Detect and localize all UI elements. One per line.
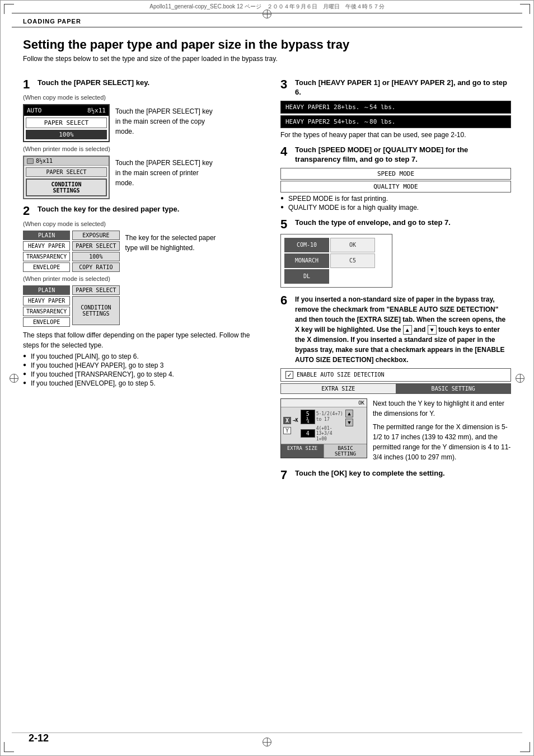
transparency-btn[interactable]: TRANSPARENCY <box>23 252 70 261</box>
step1-printer-label: (When printer mode is selected) <box>23 145 264 152</box>
xy-arrows: ▲ ▼ <box>345 410 353 442</box>
extra-size-xy: 5 ¾ 5-1/2(4+7)to 17 4 4(+01-13+3/41+00 <box>301 410 343 442</box>
copy-screen-top: AUTO 8½x11 <box>24 105 109 116</box>
extra-size-ok: OK <box>281 399 367 407</box>
copy-percent-label: 100% <box>26 130 107 139</box>
es-extra-size-tab[interactable]: EXTRA SIZE <box>281 444 324 458</box>
y-key-btn[interactable]: Y <box>283 427 291 434</box>
step4-header: 4 Touch [SPEED MODE] or [QUALITY MODE] f… <box>280 145 511 165</box>
step6-header: 6 If you inserted a non-standard size of… <box>280 294 511 365</box>
paper-select-side-btn[interactable]: PAPER SELECT <box>72 241 119 251</box>
step6-number: 6 <box>280 294 293 307</box>
step2-printer-btns: PLAIN HEAVY PAPER TRANSPARENCY ENVELOPE … <box>23 285 120 327</box>
heavy-paper2-btn[interactable]: HEAVY PAPER2 54+lbs. ～80 lbs. <box>280 115 511 128</box>
x-key-btn[interactable]: X <box>283 417 291 424</box>
copy-screen-widget: AUTO 8½x11 PAPER SELECT 100% <box>23 104 110 142</box>
printer-paper-type-col-left: PLAIN HEAVY PAPER TRANSPARENCY ENVELOPE <box>23 285 70 327</box>
speed-mode-btn[interactable]: SPEED MODE <box>280 168 511 180</box>
step1-header: 1 Touch the [PAPER SELECT] key. <box>23 78 264 91</box>
heavy-paper1-btn[interactable]: HEAVY PAPER1 28+lbs. ～54 lbs. <box>280 101 511 114</box>
printer-transparency-btn[interactable]: TRANSPARENCY <box>23 307 70 316</box>
step5-number: 5 <box>280 218 293 231</box>
down-arrow-btn[interactable]: ▼ <box>345 419 353 426</box>
envelope-grid: COM-10 OK MONARCH C5 DL <box>280 234 392 288</box>
auto-detect-checkbox[interactable]: ✓ <box>285 371 293 379</box>
step3-screens: HEAVY PAPER1 28+lbs. ～54 lbs. HEAVY PAPE… <box>280 101 511 128</box>
es-basic-setting-tab[interactable]: BASIC SETTING <box>324 444 367 458</box>
printer-condition-side-btn[interactable]: CONDITIONSETTINGS <box>72 296 119 325</box>
left-column: 1 Touch the [PAPER SELECT] key. (When co… <box>23 73 264 488</box>
step6-title: If you inserted a non-standard size of p… <box>295 294 511 365</box>
section-title: LOADING PAPER <box>23 18 81 25</box>
printer-screen-widget: 8½x11 PAPER SELECT CONDITIONSETTINGS <box>23 156 110 199</box>
printer-paper-select-btn[interactable]: PAPER SELECT <box>26 167 107 177</box>
reg-mark-bottom <box>261 736 273 748</box>
step2-follow-text: The steps that follow differ depending o… <box>23 330 264 350</box>
step4-bullet-2: QUALITY MODE is for a high quality image… <box>280 204 511 212</box>
step3-note: For the types of heavy paper that can be… <box>280 131 511 139</box>
printer-envelope-btn[interactable]: ENVELOPE <box>23 317 70 327</box>
step2-bullet-3: If you touched [TRANSPARENCY], go to ste… <box>23 370 264 378</box>
env-empty <box>330 269 375 284</box>
monarch-btn[interactable]: MONARCH <box>284 253 329 268</box>
step1-copy-label: (When copy mode is selected) <box>23 94 264 101</box>
two-col-layout: 1 Touch the [PAPER SELECT] key. (When co… <box>23 73 511 488</box>
y-row: 4 4(+01-13+3/41+00 <box>301 426 343 442</box>
ok-label[interactable]: OK <box>358 400 364 406</box>
tab-row: EXTRA SIZE BASIC SETTING <box>280 383 511 394</box>
step6-block: 6 If you inserted a non-standard size of… <box>280 294 511 462</box>
step2-header: 2 Touch the key for the desired paper ty… <box>23 205 264 217</box>
step6-right-text: Next touch the Y key to highlight it and… <box>373 398 511 462</box>
copy-auto-label: AUTO <box>27 107 42 114</box>
extra-size-screen-container: OK X →K Y <box>280 398 367 459</box>
step2-bullet-4: If you touched [ENVELOPE], go to step 5. <box>23 379 264 387</box>
heavy-paper-btn[interactable]: HEAVY PAPER <box>23 241 70 251</box>
x-range: 5-1/2(4+7)to 17 <box>316 411 343 422</box>
up-arrow-btn[interactable]: ▲ <box>345 410 353 417</box>
step6-and: and <box>414 326 428 334</box>
extra-size-body: X →K Y 5 ¾ <box>281 407 367 444</box>
plain-btn[interactable]: PLAIN <box>23 231 70 240</box>
corner-mark-bl <box>4 742 14 752</box>
exposure-btn[interactable]: EXPOSURE <box>72 231 119 240</box>
step1-printer-desc: Touch the [PAPER SELECT] key in the main… <box>115 158 213 188</box>
step5-block: 5 Touch the type of envelope, and go to … <box>280 218 511 288</box>
step1-title: Touch the [PAPER SELECT] key. <box>38 78 149 88</box>
x-input[interactable]: 5 ¾ <box>301 410 315 424</box>
reg-mark-top <box>261 8 273 20</box>
printer-plain-btn[interactable]: PLAIN <box>23 285 70 295</box>
printer-screen-top: 8½x11 <box>24 157 109 166</box>
envelope-btn[interactable]: ENVELOPE <box>23 262 70 272</box>
corner-mark-br <box>520 742 530 752</box>
step5-title: Touch the type of envelope, and go to st… <box>295 218 451 228</box>
condition-settings-btn[interactable]: CONDITIONSETTINGS <box>26 179 107 196</box>
y-input[interactable]: 4 <box>301 429 315 438</box>
quality-mode-btn[interactable]: QUALITY MODE <box>280 181 511 192</box>
step1-printer-row: 8½x11 PAPER SELECT CONDITIONSETTINGS Tou… <box>23 156 264 199</box>
printer-heavy-paper-btn[interactable]: HEAVY PAPER <box>23 296 70 306</box>
step1-block: 1 Touch the [PAPER SELECT] key. (When co… <box>23 78 264 199</box>
printer-paper-select-side-btn[interactable]: PAPER SELECT <box>72 285 119 295</box>
extra-size-inner-tabs: EXTRA SIZE BASIC SETTING <box>281 444 367 458</box>
page-number: 2-12 <box>29 732 49 744</box>
c5-btn[interactable]: C5 <box>330 253 375 268</box>
ok-btn[interactable]: OK <box>330 238 375 252</box>
step1-copy-desc: Touch the [PAPER SELECT] key in the main… <box>115 106 213 137</box>
dl-btn[interactable]: DL <box>284 269 329 284</box>
step3-number: 3 <box>280 78 293 91</box>
up-arrow-icon: ▲ <box>403 325 412 335</box>
step2-printer-row: PLAIN HEAVY PAPER TRANSPARENCY ENVELOPE … <box>23 285 264 327</box>
down-arrow-icon: ▼ <box>428 325 437 335</box>
axis-labels: X →K Y <box>283 410 298 442</box>
basic-setting-tab[interactable]: BASIC SETTING <box>396 384 511 393</box>
right-column: 3 Touch [HEAVY PAPER 1] or [HEAVY PAPER … <box>280 73 511 488</box>
copy-ratio-btn[interactable]: COPY RATIO <box>72 262 119 272</box>
copy-paper-select-btn[interactable]: PAPER SELECT <box>26 118 107 128</box>
step5-header: 5 Touch the type of envelope, and go to … <box>280 218 511 231</box>
extra-size-tab[interactable]: EXTRA SIZE <box>281 384 396 393</box>
bottom-border <box>12 732 522 733</box>
step-indicator: →K <box>293 418 298 423</box>
axis-label-row: X →K <box>283 417 298 424</box>
com10-btn[interactable]: COM-10 <box>284 238 329 252</box>
page-title: Setting the paper type and paper size in… <box>23 37 511 52</box>
